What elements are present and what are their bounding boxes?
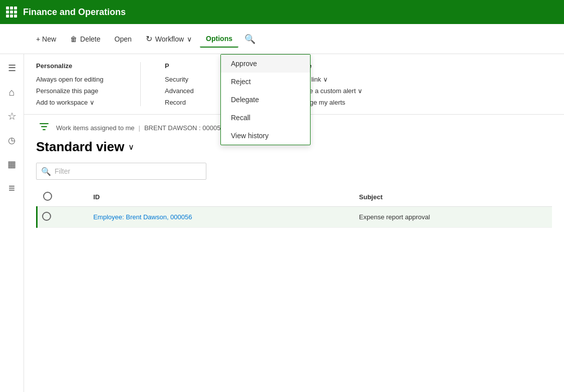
workflow-approve-item[interactable]: Approve [221, 55, 310, 73]
add-to-workspace-link[interactable]: Add to workspace ∨ [36, 99, 116, 106]
filter-search-icon: 🔍 [41, 167, 51, 176]
workflow-view-history-item[interactable]: View history [221, 127, 310, 145]
col-id: ID [87, 188, 353, 207]
app-title: Finance and Operations [23, 7, 126, 18]
sidebar-workspaces[interactable]: ▦ [2, 154, 22, 174]
sidebar: ☰ ⌂ ☆ ◷ ▦ ≡ [0, 54, 24, 392]
options-button[interactable]: Options [200, 31, 238, 48]
workflow-reject-item[interactable]: Reject [221, 73, 310, 91]
select-all-radio[interactable] [43, 192, 52, 201]
workflow-recall-item[interactable]: Recall [221, 109, 310, 127]
table-row[interactable]: Employee: Brent Dawson, 000056 Expense r… [37, 207, 552, 228]
data-table: ID Subject Employee: Brent Dawson, 00005… [36, 188, 552, 228]
sidebar-recent[interactable]: ◷ [2, 130, 22, 150]
sidebar-home[interactable]: ⌂ [2, 82, 22, 102]
add-workspace-label: Add to workspace [36, 99, 88, 106]
record-label: BRENT DAWSON : 000056 [144, 124, 224, 132]
add-workspace-chevron: ∨ [90, 99, 95, 106]
filter-input[interactable] [36, 163, 206, 180]
get-link-chevron: ∨ [323, 76, 328, 83]
top-bar: Finance and Operations [0, 0, 564, 24]
workflow-chevron-icon: ∨ [187, 35, 192, 43]
custom-alert-chevron: ∨ [358, 87, 363, 95]
sidebar-menu-toggle[interactable]: ☰ [2, 58, 22, 78]
workflow-icon: ↻ [146, 34, 152, 44]
toolbar: + New 🗑 Delete Open ↻ Workflow ∨ Options… [0, 24, 564, 54]
open-button[interactable]: Open [109, 31, 138, 47]
personalize-section: Personalize Always open for editing Pers… [36, 62, 116, 106]
sidebar-favorites[interactable]: ☆ [2, 106, 22, 126]
filter-button[interactable] [36, 121, 52, 135]
col-subject: Subject [353, 188, 552, 207]
row-radio-cell [37, 207, 88, 228]
row-subject-cell: Expense report approval [353, 207, 552, 228]
personalize-page-link[interactable]: Personalize this page [36, 87, 116, 95]
row-id-link[interactable]: Employee: Brent Dawson, 000056 [93, 213, 192, 221]
filter-container: 🔍 [36, 163, 206, 180]
work-items-separator: | [139, 124, 140, 132]
options-divider-1 [140, 62, 141, 106]
sidebar-modules[interactable]: ≡ [2, 178, 22, 198]
app-grid-icon[interactable] [6, 7, 17, 18]
work-items-label: Work items assigned to me [56, 124, 135, 132]
delete-icon: 🗑 [70, 35, 77, 43]
workflow-dropdown: Approve Reject Delegate Recall View hist… [220, 54, 311, 145]
always-open-editing-link[interactable]: Always open for editing [36, 76, 116, 83]
col-radio [37, 188, 88, 207]
delete-button[interactable]: 🗑 Delete [64, 31, 106, 47]
new-button[interactable]: + New [30, 31, 62, 47]
search-icon[interactable]: 🔍 [240, 30, 259, 49]
workflow-delegate-item[interactable]: Delegate [221, 91, 310, 109]
personalize-title: Personalize [36, 62, 116, 70]
row-id-cell: Employee: Brent Dawson, 000056 [87, 207, 353, 228]
view-title-chevron-icon: ∨ [128, 142, 134, 152]
workflow-button[interactable]: ↻ Workflow ∨ [140, 30, 198, 48]
row-radio[interactable] [42, 212, 51, 221]
filter-icon [39, 122, 49, 132]
